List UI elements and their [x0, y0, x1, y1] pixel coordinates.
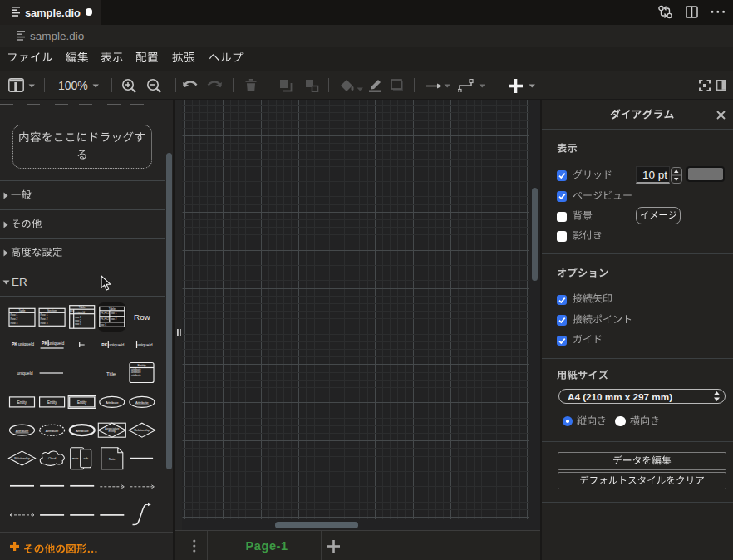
svg-text:Table: Table — [19, 309, 26, 312]
svg-text:PK: PK — [70, 310, 73, 313]
svg-text:Section: Section — [47, 309, 57, 312]
svg-text:Entity: Entity — [47, 400, 57, 405]
svg-text:row 3: row 3 — [101, 323, 106, 327]
svg-text:Entity: Entity — [137, 363, 145, 367]
svg-text:PK,FK2: PK,FK2 — [101, 317, 109, 321]
svg-text:PK: PK — [101, 342, 107, 347]
svg-text:Row 2: Row 2 — [41, 317, 48, 321]
svg-text:uniqueId: uniqueId — [18, 341, 34, 346]
svg-text:Attribute: Attribute — [16, 429, 29, 433]
svg-text:attribute: attribute — [131, 374, 141, 377]
svg-text:row 2: row 2 — [75, 319, 81, 322]
svg-text:Row 1: Row 1 — [11, 313, 18, 317]
svg-text:Table: Table — [109, 307, 116, 311]
svg-text:Row 1: Row 1 — [41, 313, 48, 317]
svg-text:row 2: row 2 — [111, 317, 116, 321]
svg-text:Row 2: Row 2 — [11, 317, 18, 321]
svg-text:uniqueId: uniqueId — [75, 311, 85, 314]
svg-text:uniqueId: uniqueId — [17, 371, 32, 376]
svg-text:row 1: row 1 — [111, 312, 116, 315]
svg-text:Attribute: Attribute — [76, 429, 89, 433]
svg-text:Row 3: Row 3 — [41, 322, 48, 325]
svg-text:Attribute: Attribute — [46, 429, 59, 433]
svg-text:uniqueId: uniqueId — [48, 341, 64, 346]
svg-text:Row 3: Row 3 — [11, 322, 18, 325]
svg-text:Table: Table — [79, 306, 86, 309]
svg-text:Attribute: Attribute — [106, 400, 119, 405]
svg-text:Relationship: Relationship — [14, 457, 30, 460]
svg-text:row 1: row 1 — [75, 316, 81, 319]
svg-text:Note: Note — [109, 458, 116, 461]
svg-text:Entity: Entity — [17, 400, 27, 405]
svg-text:row 3: row 3 — [75, 322, 81, 326]
svg-text:Entity: Entity — [109, 430, 116, 433]
svg-text:uniqueId: uniqueId — [136, 342, 152, 347]
svg-text:Entity: Entity — [77, 400, 87, 405]
svg-text:Relationship: Relationship — [135, 429, 150, 432]
svg-text:sub: sub — [83, 457, 88, 460]
svg-text:Cloud: Cloud — [48, 457, 56, 460]
svg-text:main: main — [72, 457, 78, 460]
svg-text:Row: Row — [134, 312, 151, 322]
svg-text:PK: PK — [42, 341, 47, 346]
svg-text:PK,FK1: PK,FK1 — [101, 312, 109, 315]
svg-text:Title: Title — [106, 371, 116, 376]
svg-text:uniqueId: uniqueId — [108, 342, 124, 347]
svg-text:PK: PK — [12, 341, 17, 346]
svg-text:Attribute: Attribute — [135, 400, 149, 405]
